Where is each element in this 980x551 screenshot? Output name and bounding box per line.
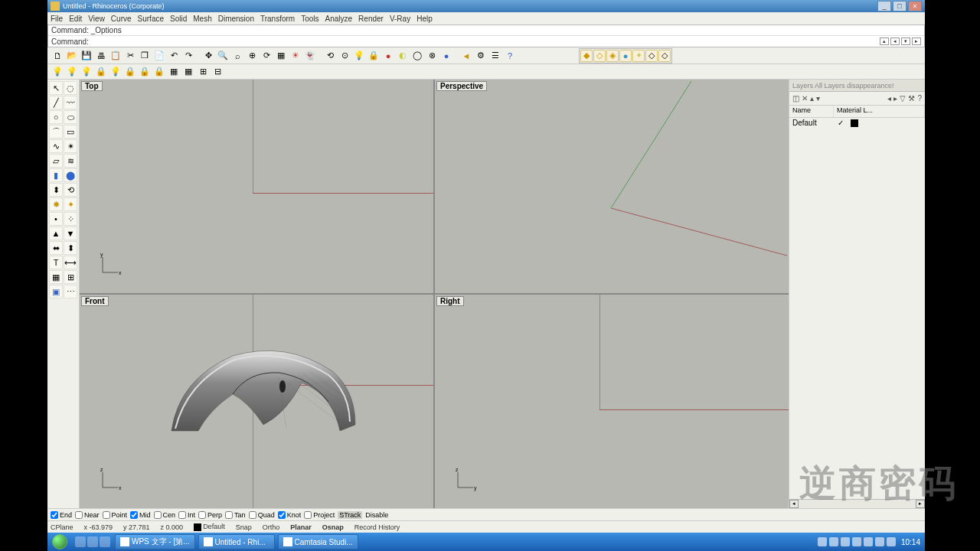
layer-up-icon[interactable]: ▴ — [810, 94, 814, 103]
layer-color-swatch[interactable] — [851, 119, 858, 127]
lasso-icon[interactable]: ◌ — [64, 81, 77, 95]
panel-scroll[interactable]: ◂▸ — [789, 499, 925, 508]
layer-delete-icon[interactable]: ✕ — [802, 94, 808, 103]
menu-curve[interactable]: Curve — [111, 15, 132, 23]
render-yellow-icon[interactable]: ◐ — [396, 49, 410, 63]
tray-2-icon[interactable] — [829, 537, 838, 546]
menu-vray[interactable]: V-Ray — [390, 15, 410, 23]
menu-render[interactable]: Render — [358, 15, 384, 23]
open-icon[interactable]: 📂 — [65, 49, 79, 63]
osnap-project[interactable]: Project — [304, 511, 335, 519]
tray-4-icon[interactable] — [852, 537, 861, 546]
dim-icon[interactable]: ⟷ — [64, 256, 77, 269]
cmd-scroll-down[interactable]: ▾ — [901, 37, 910, 45]
mesh-icon[interactable]: ▦ — [49, 270, 63, 284]
command-prompt[interactable]: Command: ▴ ◂ ▾ ▸ — [48, 36, 924, 47]
print-icon[interactable]: 🖶 — [94, 49, 108, 63]
close-button[interactable]: × — [908, 1, 922, 11]
more-icon[interactable]: ⋯ — [64, 285, 77, 298]
rotate-view-icon[interactable]: ⟳ — [260, 49, 273, 63]
loft-icon[interactable]: ≋ — [64, 154, 77, 168]
osnap-strack[interactable]: STrack — [338, 511, 362, 519]
bulb-3-icon[interactable]: 💡 — [80, 65, 93, 79]
lock-3-icon[interactable]: 🔒 — [152, 65, 166, 79]
layer-down-icon[interactable]: ▾ — [816, 94, 820, 103]
light-icon[interactable]: 💡 — [352, 49, 366, 63]
menu-file[interactable]: File — [51, 15, 63, 23]
layer-visible-check[interactable]: ✓ — [831, 119, 851, 127]
osnap-end[interactable]: End — [51, 511, 72, 519]
grid-3-icon[interactable]: ⊞ — [196, 65, 210, 79]
menu-analyze[interactable]: Analyze — [325, 15, 353, 23]
cut-icon[interactable]: ✂ — [123, 49, 137, 63]
status-ortho[interactable]: Ortho — [263, 523, 280, 531]
lock-2-icon[interactable]: 🔒 — [138, 65, 152, 79]
menu-surface[interactable]: Surface — [138, 15, 164, 23]
arc-icon[interactable]: ⌒ — [49, 125, 63, 139]
new-icon[interactable]: 🗋 — [51, 49, 64, 63]
menu-help[interactable]: Help — [416, 15, 433, 23]
osnap-int[interactable]: Int — [178, 511, 195, 519]
lock-icon[interactable]: 🔒 — [367, 49, 381, 63]
menu-edit[interactable]: Edit — [69, 15, 82, 23]
bulb-lock-icon[interactable]: 🔒 — [94, 65, 108, 79]
viewport-top[interactable]: Top yx — [80, 80, 433, 293]
layers-icon[interactable]: ☰ — [488, 49, 502, 63]
tray-6-icon[interactable] — [875, 537, 884, 546]
menu-view[interactable]: View — [88, 15, 105, 23]
zoom-extents-icon[interactable]: 🔍 — [216, 49, 230, 63]
task-rhino[interactable]: Untitled - Rhi... — [198, 534, 275, 549]
copy-icon[interactable]: ❐ — [138, 49, 152, 63]
ellipse-icon[interactable]: ⬭ — [64, 110, 77, 124]
osnap-point[interactable]: Point — [103, 511, 128, 519]
circle-icon[interactable]: ○ — [49, 110, 63, 124]
ghost-icon[interactable]: 👻 — [303, 49, 317, 63]
osnap-mid[interactable]: Mid — [130, 511, 151, 519]
osnap-tan[interactable]: Tan — [225, 511, 246, 519]
render-red-icon[interactable]: ● — [381, 49, 395, 63]
repeat-icon[interactable]: ⟲ — [323, 49, 337, 63]
select-icon[interactable]: ↖ — [49, 81, 63, 95]
diamond-2-icon[interactable]: ◇ — [593, 50, 606, 62]
osnap-disable[interactable]: Disable — [365, 511, 388, 519]
menu-solid[interactable]: Solid — [170, 15, 187, 23]
osnap-knot[interactable]: Knot — [278, 511, 302, 519]
diamond-5-icon[interactable]: ◇ — [658, 50, 671, 62]
clipboard-icon[interactable]: 📋 — [109, 49, 122, 63]
layer-tool-icon[interactable]: ⚒ — [908, 94, 915, 103]
snap-icon[interactable]: ⊙ — [338, 49, 351, 63]
tool-a-icon[interactable]: ▲ — [49, 227, 63, 240]
move-icon[interactable]: ✥ — [201, 49, 215, 63]
polyline-icon[interactable]: 〰 — [64, 96, 77, 109]
cmd-scroll-right[interactable]: ▸ — [912, 37, 921, 45]
globe-icon[interactable]: ● — [619, 50, 632, 62]
line-icon[interactable]: ╱ — [49, 96, 63, 109]
layer-filter-icon[interactable]: ▽ — [900, 94, 906, 103]
cylinder-icon[interactable]: ⬤ — [64, 168, 77, 182]
revolve-icon[interactable]: ⟲ — [64, 183, 77, 197]
ql-3-icon[interactable] — [100, 536, 110, 547]
text-icon[interactable]: T — [49, 256, 63, 269]
osnap-quad[interactable]: Quad — [249, 511, 275, 519]
star-icon[interactable]: ✦ — [632, 50, 645, 62]
bulb-4-icon[interactable]: 💡 — [109, 65, 122, 79]
bulb-1-icon[interactable]: 💡 — [51, 65, 64, 79]
extrude-icon[interactable]: ⬍ — [49, 183, 63, 197]
status-planar[interactable]: Planar — [290, 523, 312, 531]
points-icon[interactable]: ⁘ — [64, 212, 77, 226]
osnap-perp[interactable]: Perp — [198, 511, 222, 519]
cmd-scroll-left[interactable]: ◂ — [890, 37, 900, 45]
box-icon[interactable]: ▮ — [49, 168, 63, 182]
viewport-front-title[interactable]: Front — [81, 296, 109, 306]
render-wire-icon[interactable]: ⊗ — [425, 49, 439, 63]
grid-4-icon[interactable]: ⊟ — [211, 65, 224, 79]
layers-panel-tab[interactable]: Layers All Layers disappearance! — [789, 80, 925, 92]
shade-icon[interactable]: ☀ — [289, 49, 302, 63]
undo-icon[interactable]: ↶ — [167, 49, 181, 63]
viewport-right[interactable]: Right zy — [435, 295, 789, 508]
rect-icon[interactable]: ▭ — [64, 125, 77, 139]
render-blue-icon[interactable]: ● — [439, 49, 453, 63]
explode-icon[interactable]: ✸ — [49, 197, 63, 211]
status-osnap[interactable]: Osnap — [322, 523, 344, 531]
save-icon[interactable]: 💾 — [80, 49, 93, 63]
